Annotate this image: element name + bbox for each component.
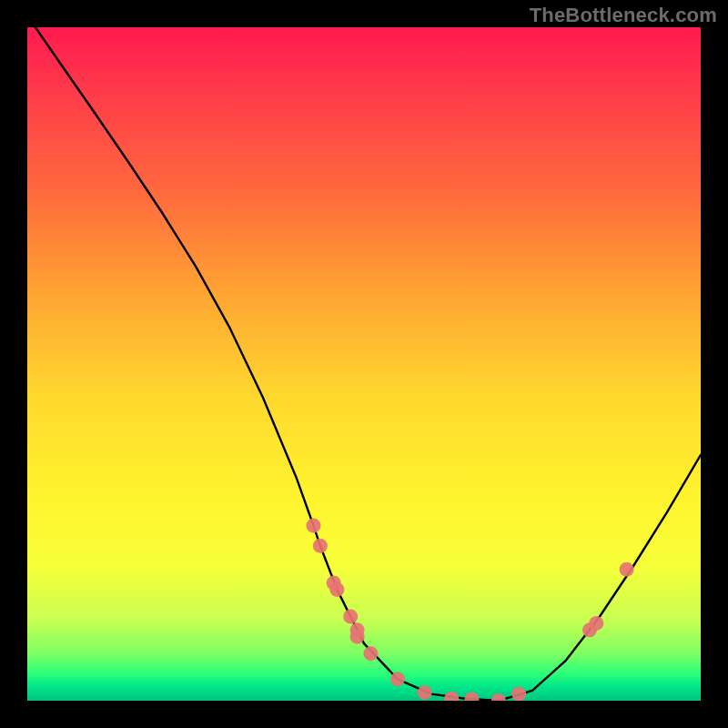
chart-markers bbox=[307, 519, 634, 701]
data-point-marker bbox=[418, 685, 432, 700]
data-point-marker bbox=[620, 562, 634, 577]
watermark-text: TheBottleneck.com bbox=[530, 4, 717, 27]
data-point-marker bbox=[343, 610, 358, 624]
data-point-marker bbox=[390, 672, 405, 686]
bottleneck-curve bbox=[35, 27, 701, 701]
data-point-marker bbox=[307, 519, 321, 533]
data-point-marker bbox=[329, 582, 344, 597]
data-point-marker bbox=[511, 687, 526, 701]
data-point-marker bbox=[491, 693, 506, 701]
data-point-marker bbox=[363, 646, 378, 661]
data-point-marker bbox=[350, 630, 365, 644]
data-point-marker bbox=[589, 616, 603, 631]
data-point-marker bbox=[464, 693, 479, 701]
chart-overlay bbox=[27, 27, 701, 701]
data-point-marker bbox=[444, 692, 459, 701]
data-point-marker bbox=[313, 539, 328, 553]
chart-container bbox=[27, 27, 701, 701]
